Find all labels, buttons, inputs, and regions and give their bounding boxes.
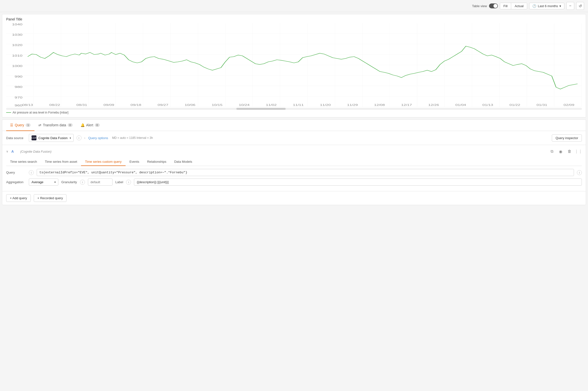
chart-svg: 1040 1030 1020 1010 1000 990 980 970 960… bbox=[6, 23, 582, 107]
query-info-icon[interactable]: i bbox=[29, 170, 34, 175]
toggle-visibility-icon[interactable]: ◉ bbox=[557, 148, 564, 155]
label-info-icon[interactable]: i bbox=[126, 180, 131, 185]
alert-tab-icon: 🔔 bbox=[81, 123, 85, 127]
datasource-label: Data source bbox=[6, 136, 26, 140]
svg-text:11/02: 11/02 bbox=[266, 103, 277, 106]
svg-text:970: 970 bbox=[14, 96, 22, 99]
transform-tab-icon: ⇄ bbox=[38, 123, 41, 127]
collapse-icon[interactable]: ∨ bbox=[6, 150, 8, 153]
tabs-bar: ☰ Query 1 ⇄ Transform data 0 🔔 Alert 0 bbox=[2, 120, 586, 131]
aggregation-select[interactable]: Average ▾ bbox=[29, 179, 58, 186]
svg-text:02/09: 02/09 bbox=[564, 103, 575, 106]
label-input[interactable] bbox=[134, 179, 582, 186]
query-input[interactable] bbox=[37, 169, 574, 176]
query-tab-badge: 1 bbox=[26, 123, 30, 127]
query-tab-label: Query bbox=[15, 123, 24, 127]
svg-text:12/17: 12/17 bbox=[401, 103, 412, 106]
tab-transform[interactable]: ⇄ Transform data 0 bbox=[34, 120, 77, 131]
svg-text:1020: 1020 bbox=[12, 44, 23, 47]
svg-text:09/09: 09/09 bbox=[103, 103, 114, 106]
chevron-down-icon: ▾ bbox=[559, 4, 561, 8]
alert-tab-label: Alert bbox=[86, 123, 93, 127]
table-view-toggle: Table view bbox=[472, 3, 498, 8]
sub-tab-time-series-search[interactable]: Time series search bbox=[6, 158, 41, 166]
query-field-label: Query bbox=[6, 171, 26, 174]
add-query-button[interactable]: + Add query bbox=[6, 194, 31, 202]
svg-text:08/31: 08/31 bbox=[76, 103, 87, 106]
query-header: ∨ A (Cognite Data Fusion) ⧉ ◉ 🗑 ⋮⋮ bbox=[6, 148, 582, 155]
query-right-info-icon[interactable]: i bbox=[577, 170, 582, 175]
svg-text:980: 980 bbox=[14, 86, 22, 89]
datasource-info-icon[interactable]: i bbox=[77, 135, 82, 140]
query-tab-icon: ☰ bbox=[10, 123, 13, 127]
time-range-button[interactable]: 🕐 Last 6 months ▾ bbox=[529, 3, 564, 9]
svg-text:1000: 1000 bbox=[12, 65, 23, 68]
panel-title: Panel Title bbox=[6, 17, 582, 21]
svg-text:08/13: 08/13 bbox=[22, 103, 33, 106]
copy-query-icon[interactable]: ⧉ bbox=[548, 148, 555, 155]
query-block: ∨ A (Cognite Data Fusion) ⧉ ◉ 🗑 ⋮⋮ Time … bbox=[2, 145, 586, 191]
chart-legend: Air pressure at sea level in Fornebu [mb… bbox=[6, 111, 582, 114]
chart-panel: Panel Title 1040 1030 1020 1010 1000 990… bbox=[2, 14, 586, 117]
svg-text:960: 960 bbox=[14, 104, 22, 107]
datasource-name: Cognite Data Fusion bbox=[38, 136, 68, 140]
zoom-out-button[interactable]: − bbox=[566, 2, 574, 10]
fill-button[interactable]: Fill bbox=[500, 3, 511, 9]
legend-line bbox=[6, 112, 11, 113]
svg-text:10/06: 10/06 bbox=[185, 103, 196, 106]
svg-text:01/22: 01/22 bbox=[509, 103, 520, 106]
refresh-button[interactable]: ↺ bbox=[576, 2, 584, 10]
svg-text:01/13: 01/13 bbox=[482, 103, 493, 106]
fill-actual-group: Fill Actual bbox=[500, 3, 527, 9]
actual-button[interactable]: Actual bbox=[511, 3, 527, 9]
svg-text:01/04: 01/04 bbox=[455, 103, 466, 106]
bottom-panel: ☰ Query 1 ⇄ Transform data 0 🔔 Alert 0 D… bbox=[2, 119, 586, 205]
granularity-label: Granularity bbox=[61, 180, 77, 184]
svg-text:990: 990 bbox=[14, 75, 22, 78]
scrollbar[interactable] bbox=[6, 108, 582, 110]
svg-text:10/15: 10/15 bbox=[212, 103, 223, 106]
svg-rect-0 bbox=[6, 23, 582, 107]
sub-tab-data-models[interactable]: Data Models bbox=[170, 158, 196, 166]
granularity-input[interactable] bbox=[88, 179, 112, 186]
svg-text:10/24: 10/24 bbox=[239, 103, 250, 106]
datasource-chevron-icon: ▾ bbox=[70, 137, 71, 139]
drag-handle-icon[interactable]: ⋮⋮ bbox=[575, 148, 582, 155]
query-source-label: (Cognite Data Fusion) bbox=[20, 150, 51, 153]
delete-query-icon[interactable]: 🗑 bbox=[566, 148, 573, 155]
recorded-query-button[interactable]: + Recorded query bbox=[34, 194, 67, 202]
toolbar: Table view Fill Actual 🕐 Last 6 months ▾… bbox=[0, 0, 588, 12]
tab-query[interactable]: ☰ Query 1 bbox=[6, 120, 34, 131]
sub-tab-time-series-from-asset[interactable]: Time series from asset bbox=[41, 158, 81, 166]
query-options-link[interactable]: Query options bbox=[88, 136, 108, 140]
transform-tab-label: Transform data bbox=[43, 123, 66, 127]
datasource-select[interactable]: CDF Cognite Data Fusion ▾ bbox=[29, 134, 74, 142]
query-inspector-button[interactable]: Query inspector bbox=[552, 134, 582, 142]
bottom-actions: + Add query + Recorded query bbox=[2, 191, 586, 205]
transform-tab-badge: 0 bbox=[68, 123, 73, 127]
scrollbar-thumb[interactable] bbox=[236, 108, 286, 110]
clock-icon: 🕐 bbox=[532, 4, 536, 8]
svg-text:11/11: 11/11 bbox=[293, 103, 304, 106]
svg-text:1030: 1030 bbox=[12, 33, 23, 36]
aggregation-value: Average bbox=[31, 180, 43, 184]
tab-alert[interactable]: 🔔 Alert 0 bbox=[77, 120, 104, 131]
sub-tab-time-series-custom-query[interactable]: Time series custom query bbox=[81, 158, 125, 166]
alert-tab-badge: 0 bbox=[95, 123, 100, 127]
aggregation-chevron-icon: ▾ bbox=[54, 181, 56, 184]
label-label: Label bbox=[115, 180, 123, 184]
table-view-switch[interactable] bbox=[489, 3, 498, 8]
sub-tab-relationships[interactable]: Relationships bbox=[143, 158, 170, 166]
query-meta: MD = auto = 1185 Interval = 3h bbox=[112, 136, 153, 140]
svg-text:12/26: 12/26 bbox=[428, 103, 439, 106]
svg-text:11/20: 11/20 bbox=[320, 103, 331, 106]
granularity-info-icon[interactable]: i bbox=[80, 180, 85, 185]
aggregation-label: Aggregation bbox=[6, 180, 26, 184]
svg-text:09/27: 09/27 bbox=[158, 103, 168, 106]
sub-tabs: Time series search Time series from asse… bbox=[6, 158, 582, 166]
sub-tab-events[interactable]: Events bbox=[126, 158, 143, 166]
query-actions: ⧉ ◉ 🗑 ⋮⋮ bbox=[548, 148, 582, 155]
svg-text:1040: 1040 bbox=[12, 23, 23, 26]
legend-text: Air pressure at sea level in Fornebu [mb… bbox=[12, 111, 69, 114]
query-letter: A bbox=[11, 149, 17, 153]
